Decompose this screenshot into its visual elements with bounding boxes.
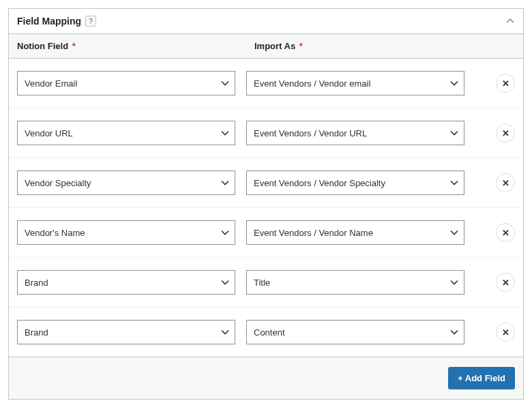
remove-row-button[interactable]: ✕ — [496, 74, 515, 93]
import-as-value: Event Vendors / Vendor Name — [254, 228, 373, 238]
required-mark: * — [72, 41, 76, 51]
mapping-row: Vendor Email Event Vendors / Vendor emai… — [9, 59, 523, 108]
mapping-row: Vendor Specialty Event Vendors / Vendor … — [9, 158, 523, 208]
notion-field-value: Brand — [25, 327, 48, 338]
mapping-row: Vendor URL Event Vendors / Vendor URL ✕ — [9, 108, 523, 158]
import-as-value: Event Vendors / Vendor email — [254, 78, 370, 89]
import-as-value: Content — [254, 327, 285, 338]
remove-row-button[interactable]: ✕ — [496, 273, 515, 292]
column-header-notion-label: Notion Field — [17, 41, 68, 51]
import-as-select[interactable]: Title — [246, 270, 464, 295]
column-header-notion: Notion Field * — [17, 41, 254, 51]
close-icon: ✕ — [502, 78, 509, 89]
import-as-select[interactable]: Event Vendors / Vendor email — [246, 71, 464, 95]
close-icon: ✕ — [502, 128, 509, 138]
chevron-down-icon — [221, 228, 229, 237]
mapping-rows: Vendor Email Event Vendors / Vendor emai… — [9, 59, 523, 357]
chevron-down-icon — [450, 328, 458, 336]
mapping-row: Vendor's Name Event Vendors / Vendor Nam… — [9, 208, 523, 258]
remove-row-button[interactable]: ✕ — [496, 173, 515, 192]
chevron-down-icon — [221, 328, 229, 336]
remove-row-button[interactable]: ✕ — [496, 323, 515, 342]
chevron-down-icon — [450, 278, 458, 286]
notion-field-value: Vendor Specialty — [25, 178, 91, 188]
close-icon: ✕ — [502, 327, 509, 338]
notion-field-value: Brand — [25, 278, 48, 288]
notion-field-select[interactable]: Brand — [17, 270, 235, 295]
collapse-toggle[interactable] — [505, 16, 515, 26]
remove-row-button[interactable]: ✕ — [496, 223, 515, 242]
column-header-import-label: Import As — [254, 41, 295, 51]
notion-field-value: Vendor Email — [25, 78, 77, 89]
close-icon: ✕ — [502, 228, 509, 238]
help-icon[interactable]: ? — [85, 16, 96, 27]
add-field-button[interactable]: + Add Field — [448, 367, 515, 389]
notion-field-select[interactable]: Vendor Specialty — [17, 170, 235, 195]
chevron-up-icon — [507, 18, 514, 25]
chevron-down-icon — [221, 79, 229, 87]
import-as-select[interactable]: Content — [246, 320, 464, 344]
field-mapping-panel: Field Mapping ? Notion Field * Import As… — [8, 8, 524, 400]
close-icon: ✕ — [502, 178, 509, 188]
required-mark: * — [299, 41, 303, 51]
panel-footer: + Add Field — [9, 357, 523, 399]
chevron-down-icon — [450, 79, 458, 87]
mapping-row: Brand Content ✕ — [9, 308, 523, 357]
notion-field-value: Vendor's Name — [25, 228, 85, 238]
import-as-value: Event Vendors / Vendor Specialty — [254, 178, 385, 188]
chevron-down-icon — [450, 179, 458, 187]
chevron-down-icon — [221, 278, 229, 286]
import-as-value: Event Vendors / Vendor URL — [254, 128, 367, 138]
chevron-down-icon — [450, 228, 458, 237]
panel-header: Field Mapping ? — [9, 9, 523, 34]
notion-field-select[interactable]: Vendor URL — [17, 121, 235, 145]
mapping-row: Brand Title ✕ — [9, 258, 523, 308]
notion-field-select[interactable]: Vendor's Name — [17, 220, 235, 245]
notion-field-select[interactable]: Brand — [17, 320, 235, 344]
import-as-value: Title — [254, 278, 270, 288]
notion-field-select[interactable]: Vendor Email — [17, 71, 235, 95]
close-icon: ✕ — [502, 278, 509, 288]
column-header-import: Import As * — [254, 41, 515, 51]
chevron-down-icon — [221, 179, 229, 187]
import-as-select[interactable]: Event Vendors / Vendor Specialty — [246, 170, 464, 195]
notion-field-value: Vendor URL — [25, 128, 73, 138]
import-as-select[interactable]: Event Vendors / Vendor Name — [246, 220, 464, 245]
chevron-down-icon — [450, 129, 458, 137]
import-as-select[interactable]: Event Vendors / Vendor URL — [246, 121, 464, 145]
remove-row-button[interactable]: ✕ — [496, 123, 515, 143]
chevron-down-icon — [221, 129, 229, 137]
column-headers: Notion Field * Import As * — [9, 34, 523, 59]
panel-title: Field Mapping — [17, 16, 81, 27]
